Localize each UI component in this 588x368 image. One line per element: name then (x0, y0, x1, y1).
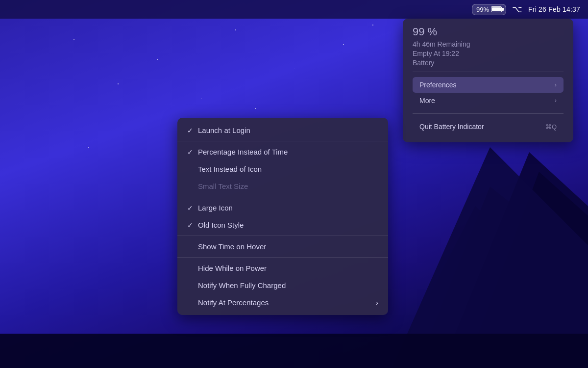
more-menu-item[interactable]: More › (413, 93, 564, 108)
star (88, 147, 89, 148)
pref-large-icon-label: Large Icon (198, 204, 378, 212)
battery-icon (491, 6, 502, 12)
preferences-label: Preferences (419, 81, 456, 89)
battery-percent-display: 99 % (413, 26, 564, 38)
menubar-system-icon[interactable]: ⌥ (512, 4, 522, 15)
pref-divider-3 (177, 236, 388, 236)
pref-hide-power[interactable]: Hide While on Power (177, 260, 388, 277)
quit-shortcut: ⌘Q (545, 123, 557, 131)
menubar: 99% ⌥ Fri 26 Feb 14:37 (0, 0, 588, 19)
pref-launch-login[interactable]: ✓ Launch at Login (177, 122, 388, 139)
dropdown-divider (413, 72, 564, 72)
pref-percentage-label: Percentage Instead of Time (198, 148, 378, 156)
quit-label: Quit Battery Indicator (419, 123, 484, 131)
more-label: More (419, 97, 435, 105)
star (372, 25, 373, 26)
svg-rect-6 (0, 334, 588, 368)
star (343, 44, 344, 45)
preferences-menu-item[interactable]: Preferences › (413, 77, 564, 93)
pref-notify-charged-label: Notify When Fully Charged (198, 281, 378, 289)
battery-remaining: 4h 46m Remaining (413, 40, 564, 48)
quit-menu-item[interactable]: Quit Battery Indicator ⌘Q (413, 119, 564, 134)
pref-show-time-label: Show Time on Hover (198, 242, 378, 251)
pref-divider-4 (177, 257, 388, 258)
pref-small-text[interactable]: Small Text Size (177, 178, 388, 195)
right-menu-items: Preferences › More › Quit Battery Indica… (413, 77, 564, 134)
check-launch-login: ✓ (187, 127, 198, 134)
check-large-icon: ✓ (187, 204, 198, 212)
dropdown-divider-2 (413, 113, 564, 114)
pref-notify-percent-label: Notify At Percentages (198, 298, 269, 307)
menubar-datetime: Fri 26 Feb 14:37 (528, 5, 580, 13)
menubar-battery-percent: 99% (476, 6, 489, 13)
pref-small-text-label: Small Text Size (198, 182, 378, 190)
battery-empty-at: Empty At 19:22 (413, 50, 564, 57)
check-percentage: ✓ (187, 148, 198, 156)
notify-percent-chevron: › (376, 298, 378, 307)
star (255, 108, 256, 109)
pref-text-icon-label: Text Instead of Icon (198, 165, 378, 173)
star (201, 98, 201, 99)
pref-hide-power-label: Hide While on Power (198, 264, 378, 272)
star (157, 59, 158, 60)
star (235, 29, 236, 30)
pref-old-icon-style[interactable]: ✓ Old Icon Style (177, 216, 388, 234)
pref-large-icon[interactable]: ✓ Large Icon (177, 199, 388, 216)
battery-info-dropdown: 99 % 4h 46m Remaining Empty At 19:22 Bat… (403, 19, 573, 142)
star (294, 69, 294, 69)
menubar-battery-pill[interactable]: 99% (472, 4, 506, 15)
pref-notify-charged[interactable]: Notify When Fully Charged (177, 277, 388, 294)
star (118, 83, 119, 84)
pref-text-icon[interactable]: Text Instead of Icon (177, 160, 388, 178)
preferences-chevron: › (555, 81, 557, 88)
more-chevron: › (555, 97, 557, 104)
star (74, 39, 74, 40)
pref-percentage-time[interactable]: ✓ Percentage Instead of Time (177, 143, 388, 160)
battery-label: Battery (413, 59, 564, 67)
pref-divider-1 (177, 141, 388, 141)
pref-show-time-hover[interactable]: Show Time on Hover (177, 238, 388, 255)
star (152, 172, 152, 172)
check-old-icon: ✓ (187, 221, 198, 229)
preferences-dropdown: ✓ Launch at Login ✓ Percentage Instead o… (177, 118, 388, 315)
pref-notify-percentages[interactable]: Notify At Percentages › (177, 294, 388, 311)
pref-launch-login-label: Launch at Login (198, 126, 378, 134)
pref-old-icon-label: Old Icon Style (198, 221, 378, 229)
pref-divider-2 (177, 197, 388, 197)
